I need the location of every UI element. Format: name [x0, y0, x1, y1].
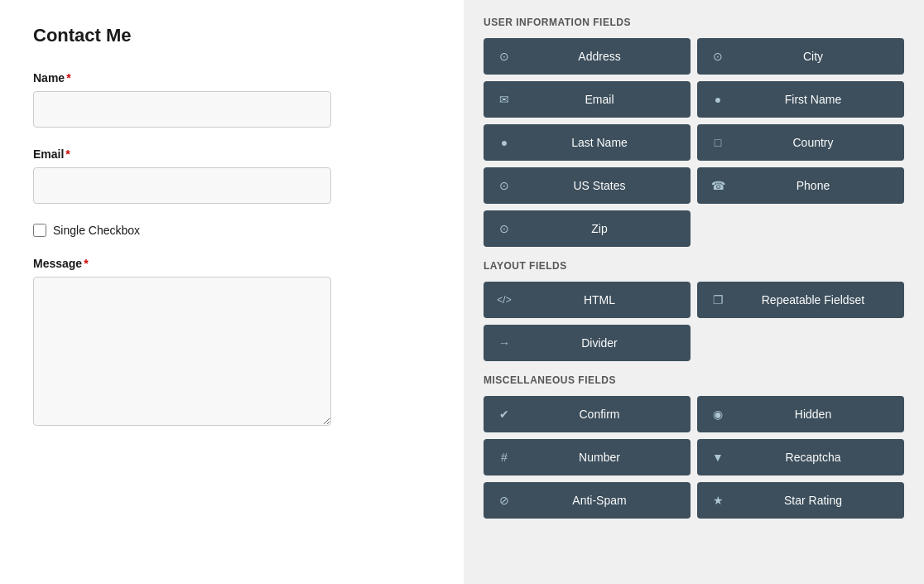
user-info-row-4: ⊙ US States ☎ Phone: [484, 167, 904, 204]
misc-row-2: # Number ▼ Recaptcha: [484, 439, 904, 475]
city-button[interactable]: ⊙ City: [697, 38, 904, 75]
confirm-button[interactable]: ✔ Confirm: [484, 396, 691, 432]
number-label: Number: [522, 451, 677, 464]
star-rating-icon: ★: [710, 494, 725, 507]
checkbox-label: Single Checkbox: [53, 224, 140, 237]
country-icon: □: [710, 136, 725, 149]
message-input[interactable]: [33, 277, 331, 426]
message-label: Message*: [33, 257, 431, 270]
page-title: Contact Me: [33, 25, 431, 46]
repeatable-fieldset-label: Repeatable Fieldset: [735, 293, 891, 306]
misc-section-title: MISCELLANEOUS FIELDS: [484, 374, 904, 386]
number-icon: #: [497, 451, 512, 464]
phone-icon: ☎: [710, 179, 725, 192]
first-name-label: First Name: [735, 93, 891, 106]
recaptcha-button[interactable]: ▼ Recaptcha: [697, 439, 904, 475]
name-label: Name*: [33, 71, 431, 84]
number-button[interactable]: # Number: [484, 439, 691, 475]
city-label: City: [735, 50, 891, 63]
star-rating-button[interactable]: ★ Star Rating: [697, 482, 904, 519]
zip-button[interactable]: ⊙ Zip: [484, 210, 691, 247]
user-info-row-3: ● Last Name □ Country: [484, 124, 904, 161]
address-label: Address: [522, 50, 677, 63]
recaptcha-icon: ▼: [710, 451, 725, 464]
layout-row-1: </> HTML ❐ Repeatable Fieldset: [484, 282, 904, 318]
zip-icon: ⊙: [497, 222, 512, 235]
anti-spam-label: Anti-Spam: [522, 494, 677, 507]
divider-placeholder: [697, 325, 904, 361]
first-name-icon: ●: [710, 93, 725, 106]
checkbox-group: Single Checkbox: [33, 224, 431, 237]
first-name-button[interactable]: ● First Name: [697, 81, 904, 118]
hidden-icon: ◉: [710, 408, 725, 421]
hidden-button[interactable]: ◉ Hidden: [697, 396, 904, 432]
name-field-group: Name*: [33, 71, 431, 128]
repeatable-fieldset-button[interactable]: ❐ Repeatable Fieldset: [697, 282, 904, 318]
name-input[interactable]: [33, 91, 331, 128]
email-field-icon: ✉: [497, 93, 512, 106]
name-required: *: [66, 71, 70, 84]
star-rating-label: Star Rating: [735, 494, 891, 507]
message-field-group: Message*: [33, 257, 431, 429]
hidden-label: Hidden: [735, 408, 891, 421]
last-name-button[interactable]: ● Last Name: [484, 124, 691, 161]
address-button[interactable]: ⊙ Address: [484, 38, 691, 75]
us-states-label: US States: [522, 179, 677, 192]
email-field-button[interactable]: ✉ Email: [484, 81, 691, 118]
email-field-group: Email*: [33, 147, 431, 204]
left-panel: Contact Me Name* Email* Single Checkbox …: [0, 0, 464, 584]
layout-section-title: LAYOUT FIELDS: [484, 260, 904, 272]
country-button[interactable]: □ Country: [697, 124, 904, 161]
phone-label: Phone: [735, 179, 891, 192]
zip-placeholder: [697, 210, 904, 247]
user-info-row-2: ✉ Email ● First Name: [484, 81, 904, 118]
misc-row-1: ✔ Confirm ◉ Hidden: [484, 396, 904, 432]
anti-spam-button[interactable]: ⊘ Anti-Spam: [484, 482, 691, 519]
anti-spam-icon: ⊘: [497, 494, 512, 507]
message-required: *: [84, 257, 88, 270]
single-checkbox[interactable]: [33, 224, 46, 237]
last-name-icon: ●: [497, 136, 512, 149]
misc-row-3: ⊘ Anti-Spam ★ Star Rating: [484, 482, 904, 519]
last-name-label: Last Name: [522, 136, 677, 149]
email-required: *: [65, 147, 70, 161]
us-states-button[interactable]: ⊙ US States: [484, 167, 691, 204]
confirm-icon: ✔: [497, 408, 512, 421]
divider-button[interactable]: → Divider: [484, 325, 691, 361]
email-input[interactable]: [33, 167, 331, 204]
html-button[interactable]: </> HTML: [484, 282, 691, 318]
html-icon: </>: [497, 294, 512, 306]
zip-label: Zip: [522, 222, 677, 235]
user-info-row-1: ⊙ Address ⊙ City: [484, 38, 904, 75]
country-label: Country: [735, 136, 891, 149]
phone-button[interactable]: ☎ Phone: [697, 167, 904, 204]
user-info-row-5: ⊙ Zip: [484, 210, 904, 247]
address-icon: ⊙: [497, 50, 512, 63]
divider-icon: →: [497, 336, 512, 350]
confirm-label: Confirm: [522, 408, 677, 421]
html-label: HTML: [522, 293, 677, 306]
email-label: Email*: [33, 147, 431, 161]
recaptcha-label: Recaptcha: [735, 451, 891, 464]
divider-label: Divider: [522, 336, 677, 350]
city-icon: ⊙: [710, 50, 725, 63]
us-states-icon: ⊙: [497, 179, 512, 192]
email-field-label: Email: [522, 93, 677, 106]
user-info-section-title: USER INFORMATION FIELDS: [484, 17, 904, 28]
repeatable-fieldset-icon: ❐: [710, 293, 725, 306]
layout-row-2: → Divider: [484, 325, 904, 361]
right-panel: USER INFORMATION FIELDS ⊙ Address ⊙ City…: [464, 0, 924, 584]
